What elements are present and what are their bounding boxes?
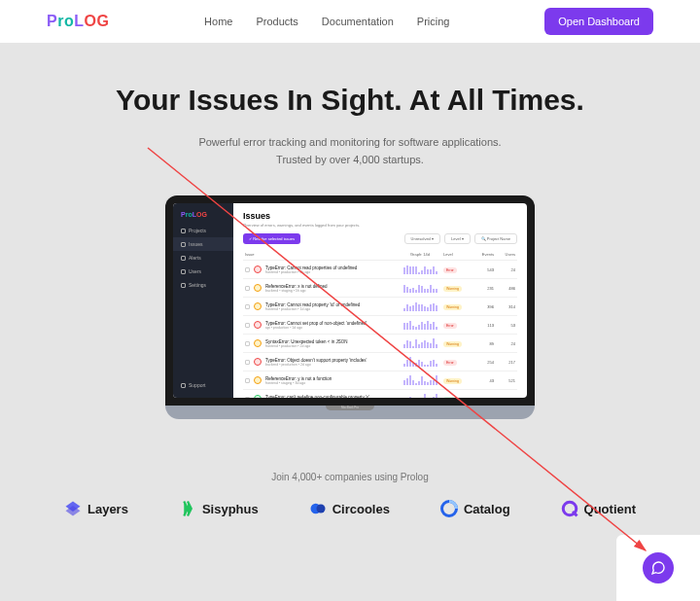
gear-icon <box>181 283 186 288</box>
events-count: 113 <box>472 323 494 328</box>
issue-row[interactable]: ReferenceError: x is not defined backend… <box>243 279 517 298</box>
issue-title: TypeError: can't redefine non-configurab… <box>265 395 397 399</box>
open-dashboard-button[interactable]: Open Dashboard <box>544 8 653 35</box>
col-users: Users <box>494 252 515 257</box>
events-count: 43 <box>472 378 494 383</box>
users-count: 61 <box>494 397 515 399</box>
level-badge: Warning <box>443 377 472 384</box>
nav-products[interactable]: Products <box>256 16 298 27</box>
events-count: 89 <box>472 341 494 346</box>
svg-point-1 <box>316 505 325 513</box>
row-checkbox[interactable] <box>245 286 250 291</box>
status-icon <box>254 284 262 292</box>
nav-home[interactable]: Home <box>204 16 232 27</box>
level-badge: Warning <box>443 285 472 292</box>
chat-widget-panel <box>616 535 700 601</box>
sisyphus-icon <box>179 500 196 517</box>
issue-meta: frontend • staging • 3d ago <box>265 381 397 385</box>
sidebar-item-support[interactable]: Support <box>173 378 233 392</box>
circooles-icon <box>309 500 327 517</box>
folder-icon <box>181 229 186 233</box>
status-icon <box>254 358 262 366</box>
sidebar-item-alerts[interactable]: Alerts <box>173 251 233 265</box>
issue-meta: api • production • 1d ago <box>265 326 397 330</box>
issue-meta: backend • staging • 5h ago <box>265 289 397 293</box>
issue-row[interactable]: TypeError: Cannot read property 'id' of … <box>243 298 517 316</box>
app-main: Issues Overview of errors, warnings, and… <box>233 203 527 398</box>
bell-icon <box>181 256 186 261</box>
issue-row[interactable]: TypeError: Object doesn't support proper… <box>243 353 517 371</box>
filter-status[interactable]: Unresolved ▾ <box>404 233 440 244</box>
issue-row[interactable]: TypeError: Cannot read properties of und… <box>243 261 517 279</box>
row-checkbox[interactable] <box>245 341 250 346</box>
row-checkbox[interactable] <box>245 360 250 365</box>
status-icon <box>254 302 262 310</box>
events-count: 543 <box>472 267 494 272</box>
sparkline <box>397 301 443 311</box>
status-icon <box>254 321 262 329</box>
issue-meta: frontend • production • 2h ago <box>265 270 397 274</box>
sidebar-item-projects[interactable]: Projects <box>173 224 233 237</box>
chat-icon <box>650 560 666 576</box>
users-count: 486 <box>494 286 515 291</box>
chat-fab-button[interactable] <box>643 552 674 583</box>
users-count: 314 <box>494 304 515 309</box>
issue-row[interactable]: TypeError: Cannot set prop of non-object… <box>243 316 517 335</box>
col-events: Events <box>472 252 494 257</box>
col-graph: Graph: 14d <box>397 252 443 257</box>
laptop-label: MacBook Pro <box>326 406 374 410</box>
company-circooles: Circooles <box>309 500 390 517</box>
sparkline <box>397 357 443 367</box>
users-count: 217 <box>494 360 515 365</box>
hero-section: Your Issues In Sight. At All Times. Powe… <box>0 43 700 168</box>
status-icon <box>254 395 262 398</box>
sidebar-item-issues[interactable]: Issues <box>173 237 233 251</box>
issue-row[interactable]: SyntaxError: Unexpected token < in JSON … <box>243 335 517 353</box>
level-badge: Error <box>443 359 472 366</box>
sidebar-item-settings[interactable]: Settings <box>173 278 233 292</box>
row-checkbox[interactable] <box>245 378 250 383</box>
issue-row[interactable]: TypeError: can't redefine non-configurab… <box>243 390 517 398</box>
filter-level[interactable]: Level ▾ <box>444 233 471 244</box>
sparkline <box>397 265 443 274</box>
users-count: 24 <box>494 267 515 272</box>
level-badge: Warning <box>443 303 472 310</box>
companies-title: Join 4,000+ companies using Prolog <box>0 472 700 482</box>
resolve-button[interactable]: ✓ Resolve selected issues <box>243 233 300 244</box>
sparkline <box>397 320 443 330</box>
status-icon <box>254 339 262 347</box>
support-icon <box>181 383 186 388</box>
app-page-title: Issues <box>243 211 517 221</box>
catalog-icon <box>440 500 458 517</box>
company-layers: Layers <box>64 500 128 517</box>
nav-docs[interactable]: Documentation <box>322 16 394 27</box>
row-checkbox[interactable] <box>245 267 250 272</box>
row-checkbox[interactable] <box>245 304 250 309</box>
events-count: 396 <box>472 304 494 309</box>
laptop-base: MacBook Pro <box>165 406 535 419</box>
nav-pricing[interactable]: Pricing <box>417 16 450 27</box>
status-icon <box>254 265 262 273</box>
quotient-icon <box>561 500 578 517</box>
level-badge: Error <box>443 266 472 273</box>
level-badge: Error <box>443 322 472 329</box>
level-badge: Warning <box>443 340 472 347</box>
users-count: 521 <box>494 378 515 383</box>
row-checkbox[interactable] <box>245 323 250 328</box>
sparkline <box>397 394 443 398</box>
sparkline <box>397 338 443 348</box>
row-checkbox[interactable] <box>245 397 250 399</box>
issue-meta: frontend • production • 1d ago <box>265 307 397 311</box>
issue-row[interactable]: ReferenceError: y is not a function fron… <box>243 371 517 390</box>
company-quotient: Quotient <box>561 500 636 517</box>
hero-subtitle-1: Powerful error tracking and monitoring f… <box>0 134 700 152</box>
users-count: 24 <box>494 341 515 346</box>
hero-title: Your Issues In Sight. At All Times. <box>0 84 700 117</box>
app-logo: ProLOG <box>173 209 233 224</box>
company-catalog: Catalog <box>440 500 510 517</box>
col-issue: Issue <box>245 252 397 257</box>
sidebar-item-users[interactable]: Users <box>173 265 233 278</box>
filter-project[interactable]: 🔍 Project Name <box>474 233 517 244</box>
sparkline <box>397 375 443 385</box>
laptop-mockup: ProLOG Projects Issues Alerts Users Sett… <box>0 195 700 419</box>
